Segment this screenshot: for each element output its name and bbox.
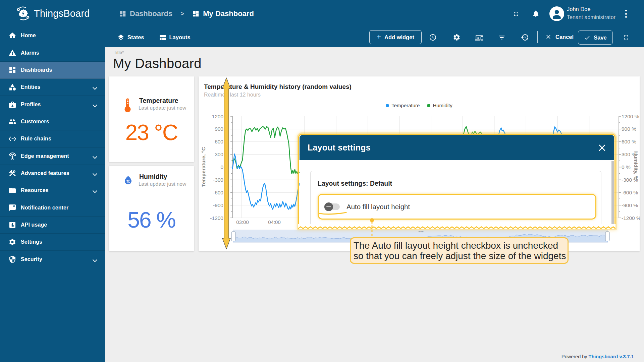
svg-text:Temperature, °C: Temperature, °C bbox=[201, 147, 206, 187]
svg-text:1200 %: 1200 % bbox=[622, 114, 639, 119]
svg-text:04:00: 04:00 bbox=[268, 219, 281, 225]
svg-text:Humidity, %: Humidity, % bbox=[633, 151, 639, 181]
svg-text:600 %: 600 % bbox=[622, 139, 636, 144]
svg-text:-1200 %: -1200 % bbox=[622, 215, 640, 221]
svg-text:0 %: 0 % bbox=[622, 164, 631, 170]
svg-text:900 %: 900 % bbox=[622, 126, 636, 132]
svg-text:-900 %: -900 % bbox=[622, 202, 638, 208]
svg-text:03:00: 03:00 bbox=[236, 219, 249, 225]
svg-text:-600 %: -600 % bbox=[622, 190, 638, 195]
